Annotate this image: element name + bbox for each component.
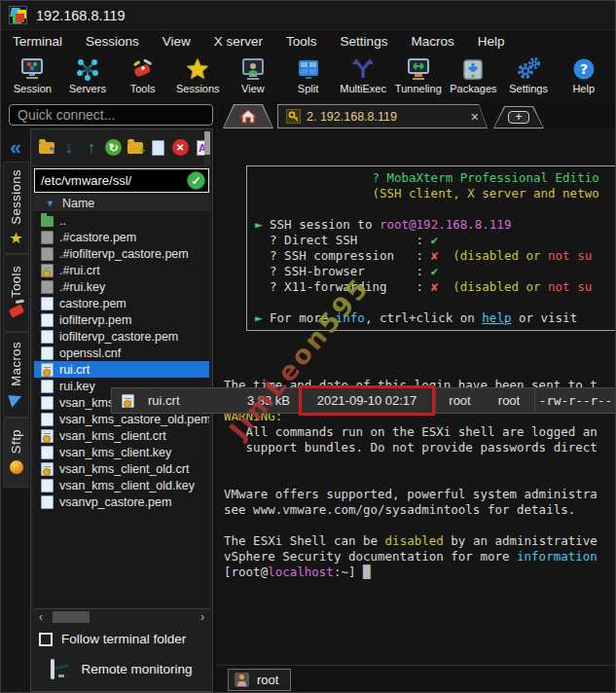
download-button[interactable]: ↓ <box>59 138 79 158</box>
file-name: .#castore.pem <box>59 231 136 244</box>
menu-tools[interactable]: Tools <box>274 31 329 52</box>
terminal-line <box>224 456 616 471</box>
toolbar-button-sessions[interactable]: Sessions <box>170 53 226 102</box>
new-file-button[interactable] <box>148 138 167 158</box>
file-row[interactable]: .#rui.crt <box>34 262 209 278</box>
user-label: root <box>257 673 278 687</box>
toolbar-button-multiexec[interactable]: MultiExec <box>336 53 391 102</box>
user-button[interactable]: root <box>228 669 291 691</box>
new-tab-button[interactable]: + <box>493 106 544 128</box>
file-info-permissions: -rw-r--r-- <box>534 388 616 413</box>
toolbar-button-packages[interactable]: Packages <box>446 53 501 102</box>
file-row[interactable]: .. <box>34 212 209 229</box>
scroll-right-icon[interactable]: › <box>196 610 209 624</box>
view-icon <box>240 55 266 82</box>
sftp-vertical-scrollbar[interactable] <box>204 131 210 164</box>
new-folder-button[interactable]: + <box>127 138 146 158</box>
upload-button[interactable]: ↑ <box>82 138 101 158</box>
sidebar-tab-sftp[interactable]: Sftp <box>3 418 29 488</box>
window-title: 192.168.8.119 <box>36 8 126 23</box>
file-row[interactable]: .#castore.pem <box>34 229 209 245</box>
file-info-name-cell: rui.crt <box>112 388 238 413</box>
file-row[interactable]: vsan_kms_client_old.crt <box>34 460 209 477</box>
toolbar-button-split[interactable]: Split <box>280 53 336 102</box>
file-list-header[interactable]: ▼ Name <box>34 195 209 212</box>
scrollbar-thumb[interactable] <box>53 611 90 623</box>
sidebar-tab-sessions[interactable]: Sessions ★ <box>3 162 29 254</box>
file-row[interactable]: iofiltervp.pem <box>34 311 209 328</box>
gear-icon <box>516 55 541 82</box>
tools-knife-icon <box>130 55 156 82</box>
split-icon <box>296 55 321 82</box>
folder-icon <box>41 216 54 227</box>
file-row[interactable]: vsanvp_castore.pem <box>34 493 209 510</box>
file-row[interactable]: vsan_kms_client.crt <box>34 427 209 444</box>
menu-x-server[interactable]: X server <box>202 31 274 52</box>
toolbar-button-tools[interactable]: Tools <box>115 53 170 102</box>
file-name: openssl.cnf <box>59 346 121 360</box>
terminal-line: VMware offers supported, powerful system… <box>224 487 616 502</box>
sort-desc-icon: ▼ <box>46 199 54 208</box>
person-icon <box>235 673 249 687</box>
file-row[interactable]: vsan_kms_client_old.key <box>34 477 209 493</box>
sftp-toolbar: ↰ ↓ ↑ ↻ + ✕ A <box>31 129 212 166</box>
sidebar-tab-tools[interactable]: Tools <box>3 254 29 332</box>
path-confirm-icon[interactable]: ✓ <box>187 171 205 190</box>
toolbar-button-tunneling[interactable]: Tunneling <box>390 53 446 102</box>
toolbar-button-servers[interactable]: Servers <box>60 53 116 102</box>
file-row[interactable]: castore.pem <box>34 295 209 311</box>
servers-icon <box>75 55 100 82</box>
multiexec-icon <box>350 55 376 82</box>
quick-connect-input[interactable] <box>9 104 213 126</box>
remote-monitoring-button[interactable]: Remote monitoring <box>31 661 212 677</box>
file-info-group: root <box>484 388 534 413</box>
terminal-line: ► SSH session to root@192.168.8.119 <box>255 217 616 233</box>
refresh-button[interactable]: ↻ <box>104 138 124 158</box>
horizontal-scrollbar[interactable]: ‹ › <box>34 608 209 624</box>
doc-icon <box>41 380 54 393</box>
scroll-left-icon[interactable]: ‹ <box>34 610 48 624</box>
file-row[interactable]: .#iofiltervp_castore.pem <box>34 245 209 262</box>
tab-home[interactable] <box>223 104 273 128</box>
doc-icon <box>41 446 54 459</box>
delete-button[interactable]: ✕ <box>170 138 190 158</box>
menu-help[interactable]: Help <box>466 31 517 52</box>
file-dim-icon <box>41 280 54 294</box>
terminal-line <box>224 362 616 378</box>
follow-terminal-folder-checkbox[interactable] <box>39 633 53 646</box>
sftp-path-input[interactable] <box>34 168 209 193</box>
swiss-knife-icon <box>10 303 23 320</box>
follow-terminal-folder-label: Follow terminal folder <box>61 632 186 646</box>
file-row[interactable]: rui.crt <box>34 361 209 378</box>
menu-terminal[interactable]: Terminal <box>1 31 74 52</box>
menu-settings[interactable]: Settings <box>329 31 400 52</box>
terminal-line: ► For more info, ctrl+click on help or v… <box>255 310 616 326</box>
doc-icon <box>41 479 54 492</box>
file-info-name: rui.crt <box>148 393 180 408</box>
sidebar-tab-macros[interactable]: Macros <box>3 332 29 418</box>
tab-active-session[interactable]: 2. 192.168.8.119 × <box>277 104 488 128</box>
parent-folder-button[interactable]: ↰ <box>37 138 56 158</box>
file-row[interactable]: .#rui.key <box>34 278 209 295</box>
toolbar-button-help[interactable]: ? Help <box>556 53 611 102</box>
menu-sessions[interactable]: Sessions <box>74 31 151 52</box>
terminal-line <box>224 518 616 533</box>
toolbar-button-settings[interactable]: Settings <box>501 53 557 102</box>
cert-icon <box>41 363 54 377</box>
terminal-line: ? SSH compression : ✘ (disabled or not s… <box>255 248 616 264</box>
terminal-banner-box: ? MobaXterm Professional Editio (SSH cli… <box>246 165 616 331</box>
tunneling-icon <box>406 55 431 82</box>
plus-icon: + <box>508 111 529 124</box>
toolbar-button-session[interactable]: Session <box>5 53 60 102</box>
tab-close-icon[interactable]: × <box>471 109 479 125</box>
file-name: vsan_kms_castore_old.pem <box>59 413 209 426</box>
file-dim-icon <box>41 247 54 261</box>
file-row[interactable]: vsan_kms_client.key <box>34 444 209 460</box>
toolbar-button-view[interactable]: View <box>226 53 281 102</box>
menu-macros[interactable]: Macros <box>399 31 465 52</box>
file-row[interactable]: openssl.cnf <box>34 345 209 361</box>
menu-view[interactable]: View <box>151 31 202 52</box>
cert-icon <box>41 429 54 443</box>
file-row[interactable]: iofiltervp_castore.pem <box>34 328 209 345</box>
collapse-sidebar-button[interactable]: « <box>1 132 30 162</box>
